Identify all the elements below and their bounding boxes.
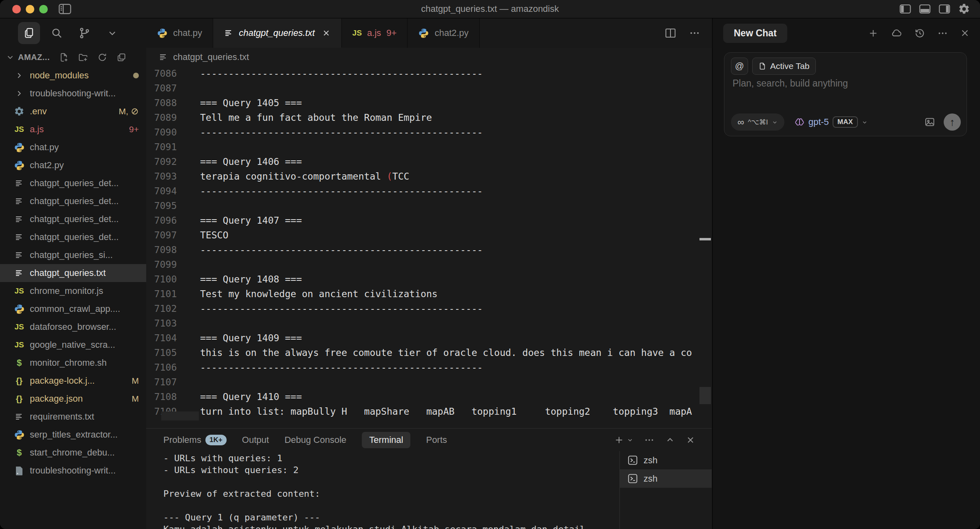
file-tree-item-dataforseo-browser...[interactable]: JSdataforseo_browser... xyxy=(0,318,146,336)
terminal-output[interactable]: - URLs with queries: 1- URLs without que… xyxy=(146,452,619,529)
editor-line-7091[interactable]: 7091 xyxy=(146,140,712,154)
toggle-right-panel-icon[interactable] xyxy=(938,4,951,14)
terminal-session-2[interactable]: zsh xyxy=(620,469,712,488)
editor-line-7092[interactable]: 7092=== Query 1406 === xyxy=(146,154,712,169)
agent-mode-selector[interactable]: ∞ ^⌥⌘I xyxy=(731,113,784,131)
split-editor-icon[interactable] xyxy=(664,27,677,39)
new-folder-icon[interactable] xyxy=(78,52,88,62)
more-actions-icon[interactable] xyxy=(689,27,700,39)
file-tree-item-.env[interactable]: .envM, xyxy=(0,102,146,120)
explorer-view-icon[interactable] xyxy=(18,22,40,44)
file-tree-item-common-crawl-app....[interactable]: common_crawl_app.... xyxy=(0,300,146,318)
tab-chatgpt-queries.txt[interactable]: chatgpt_queries.txt xyxy=(213,18,342,48)
more-views-chevron-icon[interactable] xyxy=(101,22,123,44)
tab-chat.py[interactable]: chat.py xyxy=(146,18,213,48)
maximize-panel-icon[interactable] xyxy=(665,435,675,445)
file-tree-item-chatgpt-queries-si...[interactable]: chatgpt_queries_si... xyxy=(0,246,146,264)
file-tree-item-troubleshooting-writ...[interactable]: troubleshooting-writ... xyxy=(0,462,146,480)
editor-line-7099[interactable]: 7099 xyxy=(146,257,712,272)
new-chat-plus-icon[interactable] xyxy=(868,28,879,39)
refresh-icon[interactable] xyxy=(97,52,107,62)
file-tree-item-chatgpt-queries-det...[interactable]: chatgpt_queries_det... xyxy=(0,228,146,246)
panel-tab-terminal[interactable]: Terminal xyxy=(362,432,410,448)
editor-line-7095[interactable]: 7095 xyxy=(146,198,712,213)
editor-line-7108[interactable]: 7108=== Query 1410 === xyxy=(146,389,712,404)
line-text: TESCO xyxy=(200,228,228,242)
editor-line-7087[interactable]: 7087 xyxy=(146,81,712,96)
file-tree-item-monitor-chrome.sh[interactable]: $monitor_chrome.sh xyxy=(0,354,146,372)
mention-button[interactable]: @ xyxy=(731,58,748,75)
tab-a.js[interactable]: JSa.js9+ xyxy=(342,18,408,48)
editor-line-7094[interactable]: 7094------------------------------------… xyxy=(146,184,712,198)
chat-more-icon[interactable] xyxy=(937,28,948,39)
panel-tab-ports[interactable]: Ports xyxy=(426,435,447,445)
panel-tab-problems[interactable]: Problems1K+ xyxy=(163,435,227,445)
chat-input-box[interactable]: @ Active Tab Plan, search, build anythin… xyxy=(724,52,967,136)
tab-chat2.py[interactable]: chat2.py xyxy=(408,18,479,48)
file-tree-item-chatgpt-queries-det...[interactable]: chatgpt_queries_det... xyxy=(0,192,146,210)
line-text: ----------------------------------------… xyxy=(200,301,483,316)
file-tree-item-a.js[interactable]: JSa.js9+ xyxy=(0,120,146,138)
file-tree-item-package-lock.j...[interactable]: {}package-lock.j...M xyxy=(0,372,146,390)
context-chip-active-tab[interactable]: Active Tab xyxy=(752,58,816,75)
editor-line-7097[interactable]: 7097TESCO xyxy=(146,228,712,242)
breadcrumb[interactable]: chatgpt_queries.txt xyxy=(146,48,712,66)
close-chat-icon[interactable] xyxy=(960,28,970,38)
history-icon[interactable] xyxy=(914,27,926,39)
file-tree-item-troubleshooting-writ...[interactable]: troubleshooting-writ... xyxy=(0,84,146,102)
editor-line-7102[interactable]: 7102------------------------------------… xyxy=(146,301,712,316)
editor-line-7090[interactable]: 7090------------------------------------… xyxy=(146,125,712,140)
file-tree-item-package.json[interactable]: {}package.jsonM xyxy=(0,390,146,408)
source-control-view-icon[interactable] xyxy=(74,22,96,44)
sidebar: AMAZ... node_modulestroubleshooting-writ… xyxy=(0,18,146,529)
toggle-left-panel-icon[interactable] xyxy=(899,4,911,14)
editor-line-7098[interactable]: 7098------------------------------------… xyxy=(146,242,712,257)
editor-line-7104[interactable]: 7104=== Query 1409 === xyxy=(146,331,712,345)
file-tree-item-google-native-scra...[interactable]: JSgoogle_native_scra... xyxy=(0,336,146,354)
terminal-session-1[interactable]: zsh xyxy=(620,451,712,469)
settings-gear-icon[interactable] xyxy=(958,3,970,15)
close-tab-icon[interactable] xyxy=(322,29,331,38)
panel-tab-output[interactable]: Output xyxy=(242,435,269,445)
file-tree-item-node-modules[interactable]: node_modules xyxy=(0,67,146,84)
editor-line-7096[interactable]: 7096=== Query 1407 === xyxy=(146,213,712,228)
editor-line-7088[interactable]: 7088=== Query 1405 === xyxy=(146,96,712,110)
attach-image-icon[interactable] xyxy=(924,116,935,128)
editor-line-7105[interactable]: 7105this is on the always free comoute t… xyxy=(146,345,712,360)
editor-line-7106[interactable]: 7106------------------------------------… xyxy=(146,360,712,375)
panel-tab-debug-console[interactable]: Debug Console xyxy=(285,435,347,445)
editor-scrollbar-thumb[interactable] xyxy=(699,387,711,404)
editor-line-7093[interactable]: 7093terapia cognitivo-comportamental (TC… xyxy=(146,169,712,184)
editor-line-7089[interactable]: 7089Tell me a fun fact about the Roman E… xyxy=(146,110,712,125)
file-tree-item-chat.py[interactable]: chat.py xyxy=(0,138,146,156)
editor-line-7103[interactable]: 7103 xyxy=(146,316,712,331)
editor-line-7107[interactable]: 7107 xyxy=(146,375,712,389)
search-view-icon[interactable] xyxy=(46,22,68,44)
panel-more-icon[interactable] xyxy=(644,435,655,445)
file-tree-item-start-chrome-debu...[interactable]: $start_chrome_debu... xyxy=(0,444,146,462)
collapse-all-icon[interactable] xyxy=(116,52,127,62)
cloud-icon[interactable] xyxy=(890,27,902,39)
file-tree-item-chatgpt-queries-det...[interactable]: chatgpt_queries_det... xyxy=(0,210,146,228)
new-file-icon[interactable] xyxy=(59,52,69,62)
file-tree-item-chatgpt-queries.txt[interactable]: chatgpt_queries.txt xyxy=(0,264,146,282)
file-tree-item-requirements.txt[interactable]: requirements.txt xyxy=(0,408,146,426)
explorer-section-header[interactable]: AMAZ... xyxy=(0,48,146,67)
editor-line-7109[interactable]: 7109turn into list: mapBully H mapShare … xyxy=(146,404,712,419)
editor-pane[interactable]: 7086------------------------------------… xyxy=(146,66,712,429)
new-terminal-icon[interactable] xyxy=(614,435,633,445)
session-label: zsh xyxy=(644,455,657,466)
editor-line-7086[interactable]: 7086------------------------------------… xyxy=(146,66,712,81)
file-tree-item-chrome-monitor.js[interactable]: JSchrome_monitor.js xyxy=(0,282,146,300)
toggle-bottom-panel-icon[interactable] xyxy=(919,4,931,14)
file-tree-item-chatgpt-queries-det...[interactable]: chatgpt_queries_det... xyxy=(0,174,146,192)
model-selector[interactable]: gpt-5 MAX xyxy=(794,116,868,128)
close-panel-icon[interactable] xyxy=(686,435,695,445)
send-button[interactable]: ↑ xyxy=(944,113,961,131)
file-tree-item-serp-titles-extractor...[interactable]: serp_titles_extractor... xyxy=(0,426,146,444)
chat-input-placeholder[interactable]: Plan, search, build anything xyxy=(733,78,848,89)
chat-tab-new-chat[interactable]: New Chat xyxy=(723,24,787,43)
editor-line-7101[interactable]: 7101Test my knowledge on ancient civiliz… xyxy=(146,287,712,301)
file-tree-item-chat2.py[interactable]: chat2.py xyxy=(0,156,146,174)
editor-line-7100[interactable]: 7100=== Query 1408 === xyxy=(146,272,712,287)
